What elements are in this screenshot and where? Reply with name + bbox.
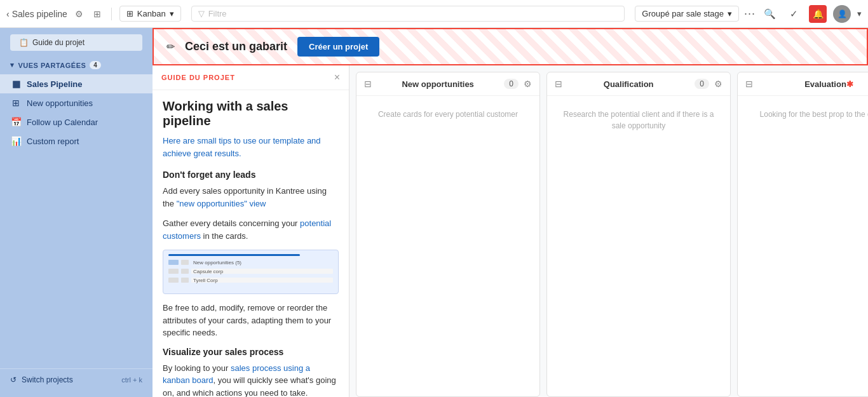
chart-icon: 📊 (10, 136, 22, 146)
sidebar-item-new-opportunities[interactable]: ⊞ New opportunities (0, 93, 153, 112)
sidebar-item-label: Follow up Calendar (27, 118, 98, 127)
settings-icon[interactable]: ⚙ (72, 6, 86, 22)
kanban-col-new-opportunities: ⊟ New opportunities 0 ⚙ Create cards for… (356, 72, 540, 397)
content-row: GUIDE DU PROJET × Working with a sales p… (153, 65, 868, 397)
kanban-label: Kanban (137, 9, 166, 18)
project-title: Sales pipeline (12, 9, 67, 19)
guide-section-title-1: Don't forget any leads (163, 170, 339, 180)
filter-placeholder: Filtre (208, 9, 227, 18)
kanban-col-header-1: ⊟ New opportunities 0 ⚙ (356, 72, 539, 96)
groupby-button[interactable]: Groupé par sale stage ▾ (635, 6, 739, 22)
sidebar-item-label: New opportunities (27, 98, 93, 108)
right-icons: 🔍 ✓ 🔔 👤 ▾ (761, 5, 862, 23)
kanban-col-evaluation: ⊟ Evaluation✱ ⚙ Looking for the best pro… (737, 72, 868, 397)
switch-label: Switch projects (22, 375, 73, 384)
col-title-2: Qualification (567, 79, 689, 89)
sidebar-item-label: Custom report (27, 137, 79, 146)
sidebar-item-follow-up-calendar[interactable]: 📅 Follow up Calendar (0, 112, 153, 131)
guide-paragraph-1b: Gather every details concerning your pot… (163, 217, 339, 242)
calendar-icon: 📅 (10, 117, 22, 127)
guide-content: Working with a sales pipeline Here are s… (153, 90, 349, 397)
col-collapse-icon-3[interactable]: ⊟ (745, 79, 753, 89)
app-layout: 📋 Guide du projet ▾ VUES PARTAGÉES 4 ▦ S… (0, 28, 868, 397)
guide-btn-label: Guide du projet (32, 38, 85, 47)
guide-intro: Here are small tips to use our template … (163, 135, 339, 159)
kanban-view-button[interactable]: ⊞ Kanban ▾ (119, 6, 181, 22)
kanban-dropdown-icon: ▾ (170, 9, 174, 18)
col-hint-3: Looking for the best prop to the custome… (745, 104, 868, 125)
kanban-area: ⊟ New opportunities 0 ⚙ Create cards for… (349, 65, 868, 397)
section-count-badge: 4 (90, 61, 101, 69)
guide-panel-header: GUIDE DU PROJET × (153, 65, 349, 90)
grid2-icon: ⊞ (10, 98, 22, 108)
nav-divider (111, 8, 112, 20)
guide-link-3[interactable]: sales process using a kanban board (163, 363, 310, 386)
col-count-2: 0 (695, 79, 709, 89)
col-body-3: Looking for the best prop to the custome… (738, 96, 868, 396)
shortcut-label: ctrl + k (121, 376, 142, 384)
col-body-2: Research the potential client and if the… (547, 96, 730, 396)
top-nav: ‹ Sales pipeline ⚙ ⊞ ⊞ Kanban ▾ ▽ Filtre… (0, 0, 868, 28)
col-settings-icon-2[interactable]: ⚙ (714, 79, 722, 89)
image-bar (168, 254, 300, 256)
bell-button[interactable]: 🔔 (809, 5, 827, 23)
menu-icon[interactable]: ⊞ (91, 6, 104, 22)
kanban-col-qualification: ⊟ Qualification 0 ⚙ Research the potenti… (546, 72, 731, 397)
avatar[interactable]: 👤 (833, 5, 851, 23)
col-body-1: Create cards for every potential custome… (356, 96, 539, 396)
guide-main-title: Working with a sales pipeline (163, 99, 339, 128)
switch-icon: ↺ (10, 375, 17, 384)
guide-project-button[interactable]: 📋 Guide du projet (10, 34, 142, 51)
guide-panel-label: GUIDE DU PROJET (161, 74, 235, 81)
sidebar: 📋 Guide du projet ▾ VUES PARTAGÉES 4 ▦ S… (0, 28, 153, 397)
avatar-dropdown-icon[interactable]: ▾ (857, 9, 862, 18)
col-collapse-icon-1[interactable]: ⊟ (364, 79, 372, 89)
grid-icon: ▦ (10, 79, 22, 89)
section-header-label: VUES PARTAGÉES (18, 62, 86, 69)
search-button[interactable]: 🔍 (761, 5, 778, 23)
guide-close-button[interactable]: × (334, 72, 340, 83)
col-title-label-3: Evaluation (804, 79, 846, 89)
guide-section-title-2: Visualize your sales process (163, 347, 339, 357)
main-area: ✏ Ceci est un gabarit Créer un projet GU… (153, 28, 868, 397)
chevron-down-icon: ▾ (10, 61, 15, 69)
template-title: Ceci est un gabarit (185, 40, 287, 53)
col-hint-2: Research the potential client and if the… (555, 104, 722, 137)
guide-paragraph-free: Be free to add, modify, remove or reorde… (163, 302, 339, 339)
create-project-button[interactable]: Créer un projet (297, 37, 379, 57)
guide-paragraph-2: By looking to your sales process using a… (163, 362, 339, 398)
edit-icon: ✏ (166, 41, 175, 53)
avatar-label: 👤 (833, 5, 851, 23)
col-title-3: Evaluation✱ (758, 79, 868, 89)
back-icon: ‹ (6, 9, 10, 19)
back-button[interactable]: ‹ Sales pipeline (6, 9, 67, 19)
guide-icon: 📋 (19, 38, 29, 47)
shared-views-header[interactable]: ▾ VUES PARTAGÉES 4 (0, 58, 153, 74)
kanban-col-header-2: ⊟ Qualification 0 ⚙ (547, 72, 730, 96)
checkmark-button[interactable]: ✓ (785, 5, 803, 23)
col-collapse-icon-2[interactable]: ⊟ (555, 79, 562, 89)
col-hint-1: Create cards for every potential custome… (364, 104, 532, 125)
sidebar-item-sales-pipeline[interactable]: ▦ Sales Pipeline (0, 74, 153, 93)
more-options-icon[interactable]: ··· (744, 7, 756, 20)
col-star-icon: ✱ (846, 79, 853, 89)
template-banner: ✏ Ceci est un gabarit Créer un projet (153, 28, 868, 65)
guide-panel: GUIDE DU PROJET × Working with a sales p… (153, 65, 349, 397)
sidebar-item-label: Sales Pipeline (27, 79, 82, 89)
guide-link[interactable]: "new opportunities" view (177, 199, 266, 208)
filter-input[interactable]: ▽ Filtre (191, 6, 625, 22)
groupby-label: Groupé par sale stage (642, 9, 724, 18)
switch-projects-button[interactable]: ↺ Switch projects ctrl + k (0, 368, 153, 391)
guide-link-2[interactable]: potential customers (163, 219, 331, 241)
col-settings-icon-1[interactable]: ⚙ (524, 79, 532, 89)
guide-paragraph-1a: Add every sales opportunity in Kantree u… (163, 185, 339, 210)
groupby-dropdown-icon: ▾ (728, 9, 732, 18)
filter-icon: ▽ (198, 9, 205, 18)
kanban-col-header-3: ⊟ Evaluation✱ ⚙ (738, 72, 868, 96)
col-count-1: 0 (504, 79, 519, 89)
guide-screenshot: New opportunities (5) Capsule corp Tyrel… (163, 250, 339, 294)
guide-intro-text: Here are small tips to use our template … (163, 136, 321, 158)
kanban-icon: ⊞ (126, 9, 133, 18)
col-title-1: New opportunities (377, 79, 499, 89)
sidebar-item-custom-report[interactable]: 📊 Custom report (0, 131, 153, 151)
